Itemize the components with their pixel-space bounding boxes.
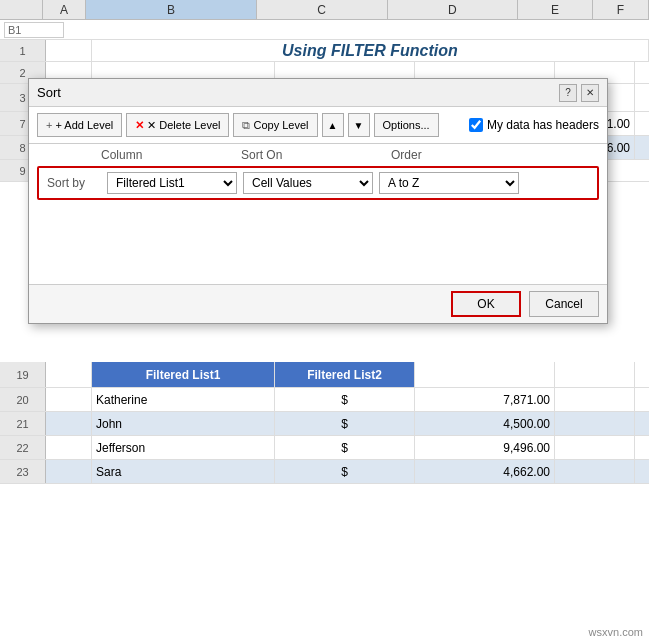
name-box[interactable]: B1	[4, 22, 64, 38]
dialog-col-headers: Column Sort On Order	[29, 144, 607, 164]
ok-button[interactable]: OK	[451, 291, 521, 317]
row-20: 20 Katherine $ 7,871.00	[0, 388, 649, 412]
cell-e19	[555, 362, 635, 387]
column-headers: A B C D E F	[0, 0, 649, 20]
sort-row: Sort by Filtered List1 Cell Values A to …	[37, 166, 599, 200]
cell-title: Using FILTER Function	[92, 40, 649, 61]
cell-a23	[46, 460, 92, 483]
cell-e23	[555, 460, 635, 483]
add-level-button[interactable]: + + Add Level	[37, 113, 122, 137]
options-label: Options...	[383, 119, 430, 131]
cell-a19	[46, 362, 92, 387]
cell-c23-dollar: $	[275, 460, 415, 483]
cell-c20-dollar: $	[275, 388, 415, 411]
sort-dialog: Sort ? ✕ + + Add Level ✕ ✕ Delete Level …	[28, 78, 608, 324]
corner-cell	[0, 0, 43, 20]
column-select[interactable]: Filtered List1	[107, 172, 237, 194]
order-label: Order	[391, 148, 422, 162]
dialog-titlebar: Sort ? ✕	[29, 79, 607, 107]
cell-e21	[555, 412, 635, 435]
col-header-b: B	[86, 0, 257, 20]
cell-a22	[46, 436, 92, 459]
sorton-label: Sort On	[241, 148, 282, 162]
delete-level-button[interactable]: ✕ ✕ Delete Level	[126, 113, 229, 137]
headers-checkbox[interactable]	[469, 118, 483, 132]
row-22: 22 Jefferson $ 9,496.00	[0, 436, 649, 460]
down-arrow-icon: ▼	[354, 120, 364, 131]
row-num-22: 22	[0, 436, 46, 459]
copy-level-label: Copy Level	[253, 119, 308, 131]
row-num-21: 21	[0, 412, 46, 435]
col-header-e: E	[518, 0, 593, 20]
copy-icon: ⧉	[242, 119, 250, 132]
headers-checkbox-area: My data has headers	[469, 118, 599, 132]
cell-c19-header: Filtered List2	[275, 362, 415, 387]
row-num-23: 23	[0, 460, 46, 483]
headers-checkbox-label: My data has headers	[487, 118, 599, 132]
order-select[interactable]: A to Z	[379, 172, 519, 194]
cell-b23: Sara	[92, 460, 275, 483]
cell-c22-dollar: $	[275, 436, 415, 459]
col-header-c: C	[257, 0, 388, 20]
cell-b19-header: Filtered List1	[92, 362, 275, 387]
dialog-controls: ? ✕	[559, 84, 599, 102]
row-num-20: 20	[0, 388, 46, 411]
cell-a20	[46, 388, 92, 411]
up-arrow-icon: ▲	[328, 120, 338, 131]
spreadsheet: A B C D E F B1 1 Using FILTER Function 2	[0, 0, 649, 642]
move-up-button[interactable]: ▲	[322, 113, 344, 137]
sort-by-label: Sort by	[47, 176, 101, 190]
options-button[interactable]: Options...	[374, 113, 439, 137]
dialog-toolbar: + + Add Level ✕ ✕ Delete Level ⧉ Copy Le…	[29, 107, 607, 144]
row-23: 23 Sara $ 4,662.00	[0, 460, 649, 484]
dialog-close-button[interactable]: ✕	[581, 84, 599, 102]
cell-a21	[46, 412, 92, 435]
cell-d22: 9,496.00	[415, 436, 555, 459]
row-19: 19 Filtered List1 Filtered List2	[0, 362, 649, 388]
formula-bar: B1	[0, 20, 649, 40]
cell-a1	[46, 40, 92, 61]
copy-level-button[interactable]: ⧉ Copy Level	[233, 113, 317, 137]
watermark: wsxvn.com	[589, 626, 643, 638]
sortby-spacer	[37, 148, 101, 162]
cell-e22	[555, 436, 635, 459]
col-header-f: F	[593, 0, 649, 20]
move-down-button[interactable]: ▼	[348, 113, 370, 137]
column-label: Column	[101, 148, 142, 162]
col-header-a: A	[43, 0, 86, 20]
cell-d23: 4,662.00	[415, 460, 555, 483]
cell-d19	[415, 362, 555, 387]
sorton-header-label: Sort On	[241, 148, 391, 162]
column-header-label: Column	[101, 148, 241, 162]
row-1: 1 Using FILTER Function	[0, 40, 649, 62]
row-num-19: 19	[0, 362, 46, 387]
cancel-button[interactable]: Cancel	[529, 291, 599, 317]
cell-e20	[555, 388, 635, 411]
add-level-label: + Add Level	[55, 119, 113, 131]
cell-c21-dollar: $	[275, 412, 415, 435]
add-icon: +	[46, 119, 52, 131]
row-num-1: 1	[0, 40, 46, 61]
cell-b20: Katherine	[92, 388, 275, 411]
delete-level-label: ✕ Delete Level	[147, 119, 220, 132]
cell-d20: 7,871.00	[415, 388, 555, 411]
sort-on-select[interactable]: Cell Values	[243, 172, 373, 194]
dialog-help-button[interactable]: ?	[559, 84, 577, 102]
dialog-title: Sort	[37, 85, 61, 100]
dialog-footer: OK Cancel	[29, 284, 607, 323]
cell-d21: 4,500.00	[415, 412, 555, 435]
col-header-d: D	[388, 0, 519, 20]
cell-b22: Jefferson	[92, 436, 275, 459]
order-header-label: Order	[391, 148, 422, 162]
dialog-body	[29, 204, 607, 284]
cell-b21: John	[92, 412, 275, 435]
row-21: 21 John $ 4,500.00	[0, 412, 649, 436]
delete-icon: ✕	[135, 119, 144, 132]
